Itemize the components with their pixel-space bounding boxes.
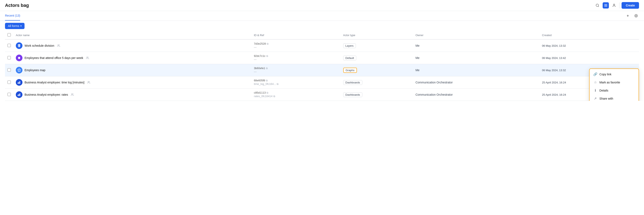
created-cell: 06 May 2024, 13:32 xyxy=(540,39,626,52)
owner-cell: Communication Orchestrator xyxy=(413,89,540,101)
row-checkbox[interactable] xyxy=(8,93,11,96)
svg-point-11 xyxy=(87,57,88,58)
table-row: Business Analyst employee: rates c85d111… xyxy=(5,89,639,101)
select-all-checkbox[interactable] xyxy=(8,33,11,36)
actor-name: Employees map xyxy=(24,68,45,72)
actor-name-cell: Business Analyst employee: rates xyxy=(13,89,251,101)
menu-icon-mark-favorite: ☆ xyxy=(593,80,598,84)
menu-icon-copy-link: 🔗 xyxy=(593,72,598,76)
copy-id-button[interactable]: ⧉ xyxy=(266,91,268,94)
svg-rect-18 xyxy=(20,93,20,96)
actor-icon xyxy=(16,91,22,98)
menu-item-copy-link[interactable]: 🔗 Copy link xyxy=(590,70,638,78)
actor-name: Business Analyst employee: time log [min… xyxy=(24,81,84,84)
actor-name-cell: Employees map xyxy=(13,64,251,76)
copy-id-button[interactable]: ⧉ xyxy=(267,42,268,45)
svg-line-1 xyxy=(598,6,599,7)
copy-id-button[interactable]: ⧉ xyxy=(266,79,268,82)
select-all-header xyxy=(5,31,13,39)
more-actions-cell xyxy=(626,39,639,52)
svg-rect-17 xyxy=(19,94,19,96)
menu-label-details: Details xyxy=(600,89,608,92)
copy-ref-button[interactable]: ⧉ xyxy=(277,83,278,85)
row-checkbox-cell xyxy=(5,64,13,76)
svg-point-0 xyxy=(596,4,599,6)
actors-table: Actor name ID & Ref Actor type Owner Cre… xyxy=(5,31,639,101)
svg-point-10 xyxy=(18,57,20,59)
copy-id-button[interactable]: ⧉ xyxy=(266,55,268,57)
owner-cell: Me xyxy=(413,39,540,52)
id-ref-cell: 3b60efe1 ⧉ — xyxy=(251,64,340,76)
svg-point-15 xyxy=(88,81,89,82)
actor-name-cell: Business Analyst employee: time log [min… xyxy=(13,76,251,89)
toolbar: All forms ▾ xyxy=(0,21,644,31)
owner-cell: Communication Orchestrator xyxy=(413,76,540,89)
svg-point-19 xyxy=(72,94,72,95)
table-container: Actor name ID & Ref Actor type Owner Cre… xyxy=(0,31,644,101)
svg-point-5 xyxy=(614,4,615,5)
actor-icon xyxy=(16,55,22,61)
context-menu: 🔗 Copy link ☆ Mark as favorite ℹ Details… xyxy=(589,68,639,101)
actor-type-cell: Dashboards xyxy=(341,76,413,89)
row-checkbox[interactable] xyxy=(8,80,11,84)
menu-icon-details: ℹ xyxy=(593,88,598,92)
table-row: Employees map 3b60efe1 ⧉ — Graphs Me 06 … xyxy=(5,64,639,76)
actor-name: Work schedule division xyxy=(24,44,54,47)
copy-ref-button[interactable]: ⧉ xyxy=(273,95,275,98)
actor-type-cell: Layers xyxy=(341,39,413,52)
row-checkbox[interactable] xyxy=(8,44,11,47)
row-checkbox[interactable] xyxy=(8,68,11,72)
actor-type-badge: Dashboards xyxy=(343,80,362,85)
id-main: 3b60efe1 xyxy=(254,67,265,70)
add-tab-button[interactable] xyxy=(625,13,631,19)
id-sub: — xyxy=(254,46,256,49)
copy-id-button[interactable]: ⧉ xyxy=(266,67,268,70)
user-button[interactable] xyxy=(611,2,617,8)
tab-actions xyxy=(625,13,639,19)
menu-label-copy-link: Copy link xyxy=(600,73,612,76)
tab-recent[interactable]: Recent (13) xyxy=(5,11,20,20)
page-title: Actors bag xyxy=(5,3,29,8)
header-actions: Create xyxy=(594,2,639,9)
search-button[interactable] xyxy=(594,2,600,8)
menu-button[interactable] xyxy=(603,2,609,8)
row-checkbox[interactable] xyxy=(8,56,11,59)
create-button[interactable]: Create xyxy=(622,2,639,9)
actor-type-badge: Default xyxy=(343,56,356,60)
header: Actors bag Create xyxy=(0,0,644,11)
all-forms-button[interactable]: All forms ▾ xyxy=(5,23,24,29)
actor-type-cell: Dashboards xyxy=(341,89,413,101)
users-icon xyxy=(87,81,90,84)
svg-rect-16 xyxy=(18,95,18,96)
actor-name-cell: Employees that attend office 5 days per … xyxy=(13,52,251,64)
menu-label-mark-favorite: Mark as favorite xyxy=(600,81,620,84)
id-ref-cell: c85d1113 ⧉ rates_0fc16414 ⧉ xyxy=(251,89,340,101)
actor-type-badge: Layers xyxy=(343,43,356,48)
actor-type-badge: Dashboards xyxy=(343,92,362,97)
row-checkbox-cell xyxy=(5,39,13,52)
actor-name: Employees that attend office 5 days per … xyxy=(24,56,83,60)
id-ref-cell: 7d3e2528 ⧉ — xyxy=(251,39,340,52)
id-sub: — xyxy=(254,70,256,73)
row-checkbox-cell xyxy=(5,76,13,89)
col-actor-name: Actor name xyxy=(13,31,251,39)
row-checkbox-cell xyxy=(5,52,13,64)
row-checkbox-cell xyxy=(5,89,13,101)
id-sub: rates_0fc16414 xyxy=(254,95,272,98)
id-main: 92dc7c1c xyxy=(254,54,266,57)
menu-item-details[interactable]: ℹ Details xyxy=(590,86,638,94)
col-created: Created xyxy=(540,31,626,39)
header-divider xyxy=(619,2,620,8)
menu-item-mark-favorite[interactable]: ☆ Mark as favorite xyxy=(590,78,638,86)
menu-item-share-with[interactable]: ↗ Share with xyxy=(590,94,638,101)
table-row: Business Analyst employee: time log [min… xyxy=(5,76,639,89)
settings-button[interactable] xyxy=(633,13,639,19)
col-owner: Owner xyxy=(413,31,540,39)
owner-cell: Me xyxy=(413,52,540,64)
id-main: 7d3e2528 xyxy=(254,42,266,45)
table-row: Work schedule division 7d3e2528 ⧉ — Laye… xyxy=(5,39,639,52)
menu-label-share-with: Share with xyxy=(600,97,613,100)
actor-type-cell: Default xyxy=(341,52,413,64)
id-sub: — xyxy=(254,58,256,61)
svg-rect-12 xyxy=(18,82,18,84)
